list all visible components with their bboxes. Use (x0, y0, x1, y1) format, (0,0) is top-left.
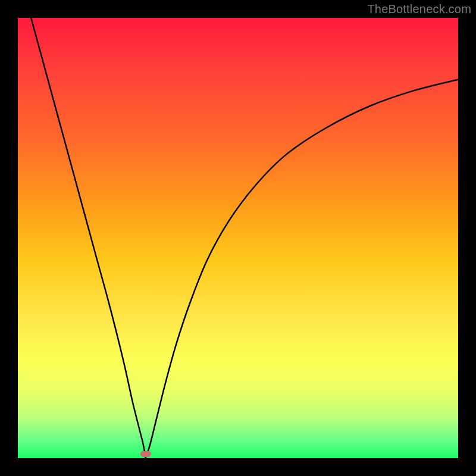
chart-plot-area (18, 18, 458, 458)
chart-curve (18, 18, 458, 458)
watermark-text: TheBottleneck.com (367, 2, 471, 16)
chart-min-marker (140, 451, 151, 457)
chart-frame: TheBottleneck.com (0, 0, 476, 476)
